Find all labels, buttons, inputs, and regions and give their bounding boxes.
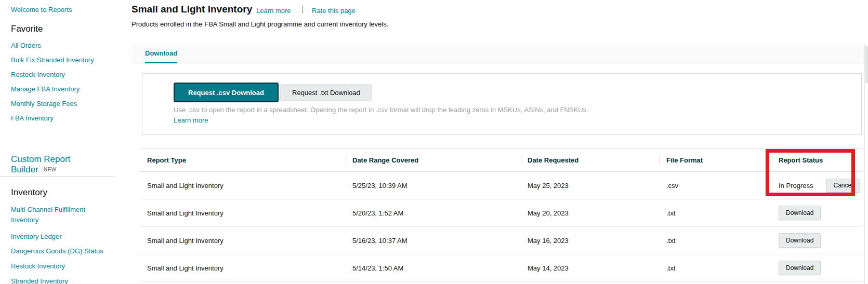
table-header-row: Report Type Date Range Covered Date Requ…	[140, 148, 862, 172]
cell-date-range: 5/25/23, 10:39 AM	[346, 182, 521, 190]
sidebar-item-welcome-to-reports[interactable]: Welcome to Reports	[11, 6, 72, 13]
cell-date-requested: May 14, 2023	[521, 264, 660, 272]
sidebar-item-inventory-ledger[interactable]: Inventory Ledger	[11, 233, 62, 240]
cell-file-format: .txt	[660, 209, 772, 217]
report-table: Report Type Date Range Covered Date Requ…	[140, 148, 862, 282]
cell-date-range: 5/14/23, 1:50 AM	[346, 264, 521, 272]
sidebar-item-multi-channel-fulfillment-inventory[interactable]: Multi-Channel Fulfillment Inventory	[11, 205, 93, 225]
csv-format-note: Use .csv to open the report in a spreads…	[174, 106, 588, 114]
sidebar-item-custom-report-builder[interactable]: Custom Report BuilderNEW	[11, 154, 115, 175]
download-button[interactable]: Download	[779, 233, 821, 248]
sidebar-item-fba-inventory[interactable]: FBA Inventory	[11, 114, 54, 122]
cell-date-range: 5/16/23, 10:37 AM	[346, 237, 521, 245]
header-separator: |	[301, 5, 304, 14]
download-panel: Request .csv Download Request .txt Downl…	[142, 73, 862, 135]
sidebar-item-restock-inventory-2[interactable]: Restock Inventory	[11, 262, 65, 270]
cell-report-status: Download	[772, 261, 862, 275]
learn-more-link[interactable]: Learn more	[256, 7, 291, 15]
cell-report-type: Small and Light Inventory	[140, 237, 346, 245]
cell-date-range: 5/20/23, 1:52 AM	[346, 209, 521, 217]
page-title: Small and Light Inventory	[131, 4, 252, 15]
sidebar-heading-favorite: Favorite	[11, 24, 43, 34]
new-badge: NEW	[44, 167, 57, 172]
download-button[interactable]: Download	[779, 206, 821, 220]
cell-report-type: Small and Light Inventory	[140, 264, 346, 272]
cell-file-format: .txt	[660, 264, 772, 272]
column-header-report-status: Report Status	[772, 156, 862, 164]
sidebar-item-monthly-storage-fees[interactable]: Monthly Storage Fees	[11, 100, 77, 107]
sidebar-item-stranded-inventory[interactable]: Stranded Inventory	[11, 277, 68, 284]
sidebar-item-restock-inventory[interactable]: Restock Inventory	[11, 71, 65, 78]
sidebar-divider	[0, 176, 115, 177]
sidebar-item-manage-fba-inventory[interactable]: Manage FBA Inventory	[11, 85, 80, 93]
custom-report-builder-label: Custom Report Builder	[11, 154, 70, 174]
table-row: Small and Light Inventory 5/14/23, 1:50 …	[140, 254, 862, 282]
table-row: Small and Light Inventory 5/16/23, 10:37…	[140, 227, 862, 254]
rate-this-page-link[interactable]: Rate this page	[312, 7, 356, 15]
cell-date-requested: May 16, 2023	[521, 237, 660, 245]
download-button[interactable]: Download	[779, 261, 821, 275]
cell-report-status: Download	[772, 206, 862, 220]
panel-learn-more-link[interactable]: Learn more	[174, 116, 208, 124]
page-subtitle: Products enrolled in the FBA Small and L…	[131, 20, 388, 28]
cancel-button[interactable]: Cancel	[826, 179, 860, 193]
cell-file-format: .txt	[660, 237, 772, 245]
status-in-progress: In Progress	[779, 182, 813, 190]
column-header-date-requested: Date Requested	[521, 156, 660, 164]
tab-download[interactable]: Download	[145, 44, 177, 63]
column-header-file-format: File Format	[660, 156, 772, 164]
table-row: Small and Light Inventory 5/20/23, 1:52 …	[140, 199, 862, 227]
request-txt-download-button[interactable]: Request .txt Download	[280, 84, 372, 101]
tab-bar: Download	[133, 44, 865, 63]
cell-report-type: Small and Light Inventory	[140, 182, 346, 190]
sidebar-item-dangerous-goods-status[interactable]: Dangerous Goods (DG) Status	[11, 247, 103, 255]
cell-report-status: Download	[772, 233, 862, 248]
cell-file-format: .csv	[660, 182, 772, 190]
request-csv-download-button[interactable]: Request .csv Download	[174, 83, 279, 102]
reports-sidebar: Welcome to Reports Favorite All Orders B…	[0, 0, 115, 284]
table-row: Small and Light Inventory 5/25/23, 10:39…	[140, 172, 862, 199]
sidebar-item-all-orders[interactable]: All Orders	[11, 42, 41, 49]
cell-date-requested: May 25, 2023	[521, 182, 660, 190]
sidebar-item-bulk-fix-stranded-inventory[interactable]: Bulk Fix Stranded Inventory	[11, 56, 94, 64]
sidebar-heading-inventory: Inventory	[11, 187, 47, 198]
column-header-report-type: Report Type	[140, 156, 346, 164]
sidebar-divider	[0, 142, 115, 142]
cell-report-type: Small and Light Inventory	[140, 209, 346, 217]
cell-date-requested: May 20, 2023	[521, 209, 660, 217]
scrollbar-thumb[interactable]	[865, 46, 868, 83]
cell-report-status: In Progress Cancel	[772, 179, 862, 193]
column-header-date-range-covered: Date Range Covered	[346, 156, 521, 164]
